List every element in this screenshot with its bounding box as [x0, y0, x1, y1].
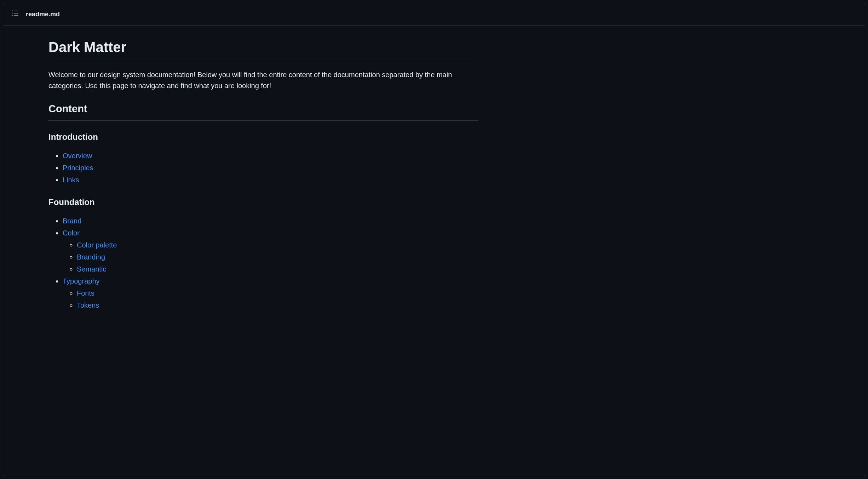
- introduction-list: Overview Principles Links: [48, 150, 478, 186]
- file-header: readme.md: [3, 3, 865, 26]
- list-item: Color palette: [77, 239, 478, 251]
- list-icon: [12, 10, 19, 19]
- link-color[interactable]: Color: [63, 229, 80, 237]
- link-links[interactable]: Links: [63, 176, 79, 184]
- link-branding[interactable]: Branding: [77, 253, 105, 261]
- document-content: Dark Matter Welcome to our design system…: [48, 26, 478, 327]
- page-title: Dark Matter: [48, 36, 478, 62]
- link-fonts[interactable]: Fonts: [77, 289, 94, 297]
- link-semantic[interactable]: Semantic: [77, 265, 106, 273]
- link-tokens[interactable]: Tokens: [77, 301, 99, 309]
- list-item: Tokens: [77, 299, 478, 311]
- filename: readme.md: [26, 10, 60, 19]
- link-brand[interactable]: Brand: [63, 217, 81, 225]
- list-item: Links: [63, 174, 478, 186]
- list-item: Semantic: [77, 263, 478, 275]
- typography-sublist: Fonts Tokens: [63, 287, 478, 311]
- list-item: Brand: [63, 215, 478, 227]
- foundation-list: Brand Color Color palette Branding Seman…: [48, 215, 478, 311]
- intro-paragraph: Welcome to our design system documentati…: [48, 69, 478, 91]
- link-typography[interactable]: Typography: [63, 277, 100, 285]
- color-sublist: Color palette Branding Semantic: [63, 239, 478, 275]
- list-item: Branding: [77, 251, 478, 263]
- content-heading: Content: [48, 101, 478, 121]
- link-color-palette[interactable]: Color palette: [77, 241, 117, 249]
- link-overview[interactable]: Overview: [63, 152, 92, 160]
- link-principles[interactable]: Principles: [63, 164, 93, 172]
- list-item: Typography Fonts Tokens: [63, 275, 478, 311]
- list-item: Principles: [63, 162, 478, 174]
- table-of-contents-button[interactable]: [12, 11, 19, 18]
- section-heading-introduction: Introduction: [48, 131, 478, 143]
- list-item: Overview: [63, 150, 478, 162]
- section-heading-foundation: Foundation: [48, 196, 478, 209]
- list-item: Color Color palette Branding Semantic: [63, 227, 478, 275]
- document-container: readme.md Dark Matter Welcome to our des…: [3, 3, 865, 476]
- list-item: Fonts: [77, 287, 478, 299]
